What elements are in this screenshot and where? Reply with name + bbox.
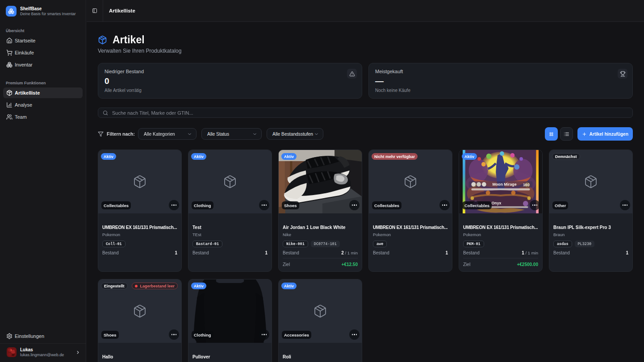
svg-text:160: 160 <box>523 183 530 187</box>
svg-text:Moon Mirage: Moon Mirage <box>492 182 516 187</box>
svg-text:Onyx: Onyx <box>491 201 501 205</box>
